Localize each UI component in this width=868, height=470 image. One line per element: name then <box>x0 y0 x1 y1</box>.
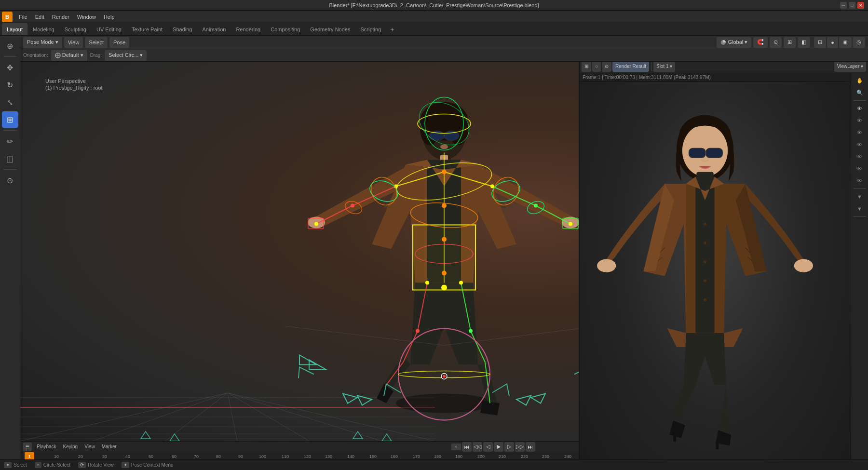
svg-rect-110 <box>673 432 676 442</box>
annotate-tool[interactable]: ✏ <box>2 133 18 149</box>
viewport-view-menu[interactable]: View <box>64 37 83 48</box>
svg-rect-111 <box>716 440 719 450</box>
timeline-view-menu[interactable]: View <box>82 443 97 450</box>
render-icon-settings1[interactable]: ▼ <box>853 191 867 202</box>
render-toolbar-btn3[interactable]: ⊙ <box>602 61 611 72</box>
add-workspace-button[interactable]: + <box>386 23 398 35</box>
tab-texture-paint[interactable]: Texture Paint <box>127 23 167 35</box>
tab-scripting[interactable]: Scripting <box>355 23 386 35</box>
tab-modeling[interactable]: Modeling <box>28 23 59 35</box>
tab-rendering[interactable]: Rendering <box>231 23 265 35</box>
snap-toggle[interactable]: 🧲 <box>753 37 768 48</box>
timeline-marker-menu[interactable]: Marker <box>100 443 119 450</box>
frame-140: 140 <box>347 454 354 459</box>
tab-compositing[interactable]: Compositing <box>266 23 305 35</box>
frame-120: 120 <box>304 454 311 459</box>
drag-label: Drag: <box>90 53 102 58</box>
last-operator-tool[interactable]: ⊙ <box>2 172 18 188</box>
render-toolbar-btn1[interactable]: ⊞ <box>582 61 591 72</box>
frame-220: 220 <box>521 454 528 459</box>
maximize-button[interactable]: □ <box>849 2 855 9</box>
render-icon-eye1[interactable]: 👁 <box>853 103 867 114</box>
render-icon-eye2[interactable]: 👁 <box>853 115 867 126</box>
status-pose-context: ✦ Pose Context Menu <box>122 462 174 468</box>
shading-wireframe[interactable]: ⊟ <box>814 37 826 48</box>
menu-edit[interactable]: Edit <box>32 13 48 21</box>
svg-point-108 <box>597 259 616 272</box>
rotate-tool[interactable]: ↻ <box>2 77 18 93</box>
minimize-button[interactable]: ─ <box>840 2 847 9</box>
tab-shading[interactable]: Shading <box>168 23 197 35</box>
timeline-menu-btn[interactable]: ☰ <box>23 443 32 451</box>
viewport-header: Pose Mode ▾ View Select Pose Global ▾ 🧲 … <box>20 36 868 49</box>
xray-toggle[interactable]: ◧ <box>798 37 810 48</box>
frame-50: 50 <box>149 454 153 459</box>
menu-help[interactable]: Help <box>100 13 118 21</box>
status-label-select: Select <box>14 462 27 468</box>
render-icon-eye3[interactable]: 👁 <box>853 127 867 138</box>
render-icon-eye7[interactable]: 👁 <box>853 175 867 186</box>
render-icon-settings2[interactable]: ▼ <box>853 203 867 214</box>
frame-170: 170 <box>413 454 420 459</box>
tab-uv-editing[interactable]: UV Editing <box>92 23 126 35</box>
timeline-keying-menu[interactable]: Keying <box>61 443 80 450</box>
menu-render[interactable]: Render <box>49 13 73 21</box>
proportional-edit[interactable]: ⊙ <box>770 37 782 48</box>
overlay-toggle[interactable]: ⊞ <box>784 37 796 48</box>
shading-rendered[interactable]: ◎ <box>853 37 865 48</box>
orientation-header: Orientation: Default ▾ Drag: Select Circ… <box>20 49 868 62</box>
viewport-shading-dropdown[interactable]: Global ▾ <box>717 37 751 48</box>
frame-160: 160 <box>391 454 398 459</box>
viewport-select-menu[interactable]: Select <box>85 37 108 48</box>
render-toolbar-btn2[interactable]: ○ <box>592 61 601 72</box>
play-button[interactable]: ▶ <box>494 442 503 452</box>
cursor-tool[interactable]: ⊕ <box>2 38 18 54</box>
status-bar: ✦ Select ○ Circle Select ⟳ Rotate View ✦… <box>0 459 868 470</box>
drag-mode-dropdown[interactable]: Select Circ... ▾ <box>105 50 147 61</box>
move-tool[interactable]: ✥ <box>2 59 18 76</box>
jump-end-button[interactable]: ⏭ <box>526 442 535 452</box>
svg-point-104 <box>704 242 706 244</box>
render-icon-eye5[interactable]: 👁 <box>853 151 867 162</box>
timeline-playback-menu[interactable]: Playback <box>35 443 58 450</box>
status-select: ✦ Select <box>4 462 27 468</box>
render-result-btn[interactable]: Render Result <box>612 61 649 72</box>
tab-layout[interactable]: Layout <box>2 23 27 35</box>
tab-animation[interactable]: Animation <box>198 23 231 35</box>
close-button[interactable]: ✕ <box>857 2 864 9</box>
next-keyframe-button[interactable]: ▷▷ <box>515 442 525 452</box>
svg-point-106 <box>704 280 706 282</box>
pose-mode-dropdown[interactable]: Pose Mode ▾ <box>23 37 62 48</box>
jump-start-button[interactable]: ⏮ <box>462 442 472 452</box>
render-icon-zoom[interactable]: 🔍 <box>853 87 867 98</box>
transform-tool[interactable]: ⊞ <box>2 111 18 128</box>
measure-tool[interactable]: ◫ <box>2 150 18 167</box>
sidebar-divider-1 <box>3 56 17 57</box>
render-icon-eye6[interactable]: 👁 <box>853 163 867 174</box>
status-label-rotate: Rotate View <box>88 462 114 468</box>
tab-geometry-nodes[interactable]: Geometry Nodes <box>305 23 355 35</box>
render-icon-eye4[interactable]: 👁 <box>853 139 867 150</box>
frame-230: 230 <box>542 454 549 459</box>
rendered-character <box>580 82 830 470</box>
prev-frame-button[interactable]: ◁ <box>483 442 493 452</box>
menu-window[interactable]: Window <box>74 13 99 21</box>
playback-frame-input[interactable]: ○ <box>451 443 461 450</box>
render-icon-cursor[interactable]: ✋ <box>853 75 867 86</box>
render-viewlayer-btn[interactable]: ViewLayer ▾ <box>834 61 866 72</box>
svg-point-55 <box>416 329 420 333</box>
viewport-pose-menu[interactable]: Pose <box>109 37 129 48</box>
render-slot-btn[interactable]: Slot 1 ▾ <box>653 61 675 72</box>
orientation-dropdown[interactable]: Default ▾ <box>51 50 87 61</box>
render-canvas <box>580 82 851 470</box>
tab-sculpting[interactable]: Sculpting <box>60 23 91 35</box>
next-frame-button[interactable]: ▷ <box>504 442 514 452</box>
shading-material[interactable]: ◉ <box>839 37 852 48</box>
prev-keyframe-button[interactable]: ◁◁ <box>473 442 482 452</box>
frame-30: 30 <box>102 454 107 459</box>
menu-file[interactable]: File <box>15 13 31 21</box>
status-key-rotate: ⟳ <box>78 462 86 468</box>
shading-solid[interactable]: ● <box>827 37 838 48</box>
status-circle-select: ○ Circle Select <box>35 462 70 468</box>
scale-tool[interactable]: ⤡ <box>2 94 18 110</box>
